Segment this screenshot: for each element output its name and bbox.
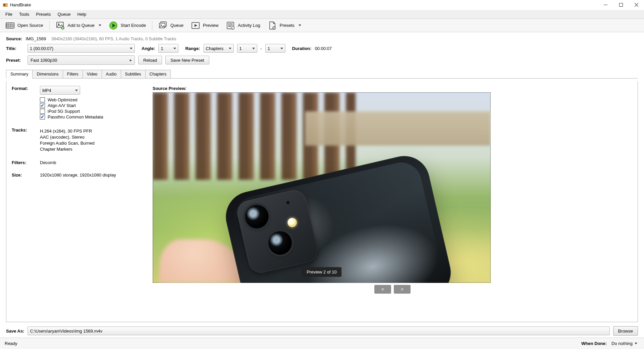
size-value: 1920x1080 storage, 1920x1080 display — [40, 172, 116, 178]
reload-preset-button[interactable]: Reload — [138, 56, 162, 64]
chevron-right-icon: ▸ — [130, 58, 132, 62]
checkbox-label: iPod 5G Support — [48, 109, 80, 114]
preview-counter-badge: Preview 2 of 10 — [302, 267, 341, 277]
preset-value: Fast 1080p30 — [31, 58, 57, 63]
tab-dimensions[interactable]: Dimensions — [32, 70, 63, 78]
menu-file[interactable]: File — [2, 10, 16, 18]
summary-form: Format: MP4 Web Optimized Align A/V Star… — [12, 86, 139, 317]
main-content: Source: IMG_1569 3840x2160 (3840x2160), … — [0, 32, 644, 324]
save-as-row: Save As: Browse — [0, 324, 644, 338]
tab-filters[interactable]: Filters — [63, 70, 83, 78]
log-icon: i — [226, 21, 235, 30]
checkbox-label: Passthru Common Metadata — [48, 114, 103, 119]
dropdown-caret-icon — [99, 24, 101, 26]
images-stack-icon — [158, 21, 168, 30]
menu-help[interactable]: Help — [74, 10, 90, 18]
preset-label: Preset: — [6, 58, 24, 63]
svg-rect-2 — [604, 5, 607, 5]
range-type-value: Chapters — [206, 46, 224, 51]
dropdown-caret-icon — [280, 48, 283, 49]
svg-point-1 — [4, 4, 5, 6]
add-to-queue-button[interactable]: Add to Queue — [52, 19, 105, 32]
range-type-select[interactable]: Chapters — [204, 44, 234, 53]
browse-button[interactable]: Browse — [613, 326, 638, 336]
save-new-preset-button[interactable]: Save New Preset — [165, 56, 209, 64]
open-source-label: Open Source — [17, 23, 43, 28]
when-done-value: Do nothing — [611, 341, 633, 346]
preview-prev-button[interactable]: < — [374, 285, 391, 294]
menu-tools[interactable]: Tools — [16, 10, 33, 18]
activity-log-button[interactable]: i Activity Log — [222, 19, 263, 32]
start-encode-button[interactable]: Start Encode — [105, 19, 149, 32]
preview-title: Source Preview: — [153, 86, 632, 91]
source-preview-image: Preview 2 of 10 — [153, 92, 491, 283]
film-icon — [5, 21, 15, 30]
save-as-label: Save As: — [6, 329, 24, 334]
range-to-select[interactable]: 1 — [265, 44, 285, 53]
dropdown-caret-icon — [299, 24, 301, 26]
open-source-button[interactable]: Open Source — [2, 19, 47, 32]
tab-summary[interactable]: Summary — [6, 70, 33, 79]
dropdown-caret-icon — [173, 48, 176, 49]
title-row: Title: 1 (00:00:07) Angle: 1 Range: Chap… — [6, 44, 638, 53]
source-row: Source: IMG_1569 3840x2160 (3840x2160), … — [6, 36, 638, 41]
menu-bar: File Tools Presets Queue Help — [0, 10, 644, 19]
range-from-value: 1 — [239, 46, 242, 51]
summary-panel: Format: MP4 Web Optimized Align A/V Star… — [6, 81, 638, 322]
window-close-button[interactable] — [629, 0, 644, 10]
tracks-label: Tracks: — [12, 128, 32, 133]
preset-select[interactable]: Fast 1080p30 ▸ — [28, 55, 135, 65]
preview-icon — [191, 21, 200, 30]
when-done-select[interactable]: Do nothing — [609, 340, 639, 347]
tabs-bar: Summary Dimensions Filters Video Audio S… — [6, 69, 638, 79]
queue-button[interactable]: Queue — [155, 19, 187, 32]
checkbox-label: Align A/V Start — [48, 103, 76, 108]
svg-rect-10 — [159, 23, 165, 28]
format-row: Format: MP4 Web Optimized Align A/V Star… — [12, 86, 139, 120]
checkbox-icon — [40, 109, 45, 114]
menu-presets[interactable]: Presets — [33, 10, 54, 18]
size-row: Size: 1920x1080 storage, 1920x1080 displ… — [12, 172, 139, 178]
preview-next-button[interactable]: > — [394, 285, 411, 294]
menu-queue[interactable]: Queue — [54, 10, 74, 18]
preset-row: Preset: Fast 1080p30 ▸ Reload Save New P… — [6, 55, 638, 65]
preview-button[interactable]: Preview — [187, 19, 222, 32]
checkbox-icon — [40, 103, 45, 108]
title-select-value: 1 (00:00:07) — [30, 46, 53, 51]
save-as-input[interactable] — [28, 327, 609, 335]
checkbox-align-av[interactable]: Align A/V Start — [40, 103, 103, 108]
tab-subtitles[interactable]: Subtitles — [121, 70, 146, 78]
title-bar: HandBrake — [0, 0, 644, 10]
track-item: Chapter Markers — [40, 147, 95, 152]
checkbox-passthru-metadata[interactable]: Passthru Common Metadata — [40, 114, 103, 119]
angle-label: Angle: — [142, 46, 155, 51]
duration-label: Duration: — [292, 46, 312, 51]
angle-select[interactable]: 1 — [158, 44, 178, 53]
queue-label: Queue — [170, 23, 183, 28]
dropdown-caret-icon — [252, 48, 255, 49]
range-to-value: 1 — [268, 46, 270, 51]
main-toolbar: Open Source Add to Queue Start Encode Qu… — [0, 19, 644, 32]
window-maximize-button[interactable] — [613, 0, 629, 10]
range-from-select[interactable]: 1 — [237, 44, 257, 53]
tab-chapters[interactable]: Chapters — [145, 70, 171, 78]
window-minimize-button[interactable] — [598, 0, 613, 10]
filters-row: Filters: Decomb — [12, 160, 139, 165]
format-select[interactable]: MP4 — [40, 86, 80, 95]
toolbar-separator — [152, 21, 152, 30]
checkbox-web-optimized[interactable]: Web Optimized — [40, 97, 103, 102]
track-item: H.264 (x264), 30 FPS PFR — [40, 129, 95, 134]
presets-button[interactable]: Presets — [264, 19, 305, 32]
title-select[interactable]: 1 (00:00:07) — [28, 44, 135, 53]
preview-nav: < > — [153, 285, 632, 294]
tab-video[interactable]: Video — [83, 70, 102, 78]
when-done-label: When Done: — [581, 341, 607, 346]
svg-rect-4 — [6, 23, 14, 28]
range-separator: - — [261, 46, 262, 51]
source-label: Source: — [6, 36, 22, 41]
preview-column: Source Preview: Preview 2 of 10 — [153, 86, 632, 317]
tab-audio[interactable]: Audio — [102, 70, 121, 78]
range-label: Range: — [185, 46, 200, 51]
checkbox-ipod-5g[interactable]: iPod 5G Support — [40, 109, 103, 114]
source-name: IMG_1569 — [25, 36, 46, 41]
